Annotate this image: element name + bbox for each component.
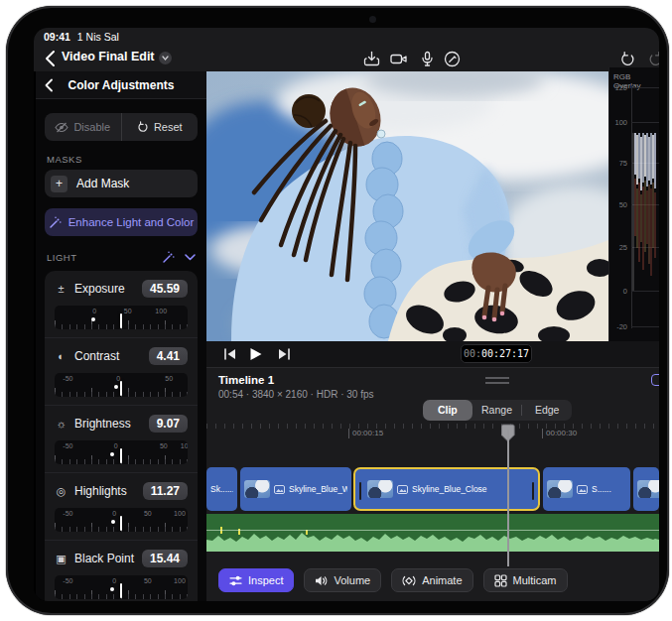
playhead-line [507, 430, 509, 566]
clock: 09:41 [44, 31, 70, 43]
clip[interactable] [633, 467, 659, 511]
back-icon[interactable] [44, 50, 58, 67]
mic-icon[interactable] [417, 49, 437, 68]
disable-button[interactable]: Disable [45, 113, 122, 141]
screen: 09:411 Nis Sal Video Final Edit [34, 28, 659, 601]
play-icon[interactable] [248, 347, 263, 361]
playhead[interactable] [501, 424, 515, 566]
zero-dot [91, 317, 95, 321]
clip-name: Skyline_Blue_Close [412, 484, 487, 494]
timeline-meta: 00:54 · 3840 × 2160 · HDR · 30 fps [218, 389, 373, 400]
volume-button[interactable]: Volume [304, 568, 381, 592]
tick-label: 100 [174, 510, 186, 517]
tick-label: 0 [112, 510, 116, 517]
audio-reference-line [206, 530, 659, 531]
timecode-display[interactable]: 00:00:27:17 [461, 344, 532, 363]
volume-icon [315, 574, 328, 587]
media-icon [397, 485, 408, 494]
title-dropdown-icon[interactable] [159, 52, 172, 64]
slider-brightness: ☼ Brightness 9.07 -50 0 50 100 [45, 405, 198, 472]
slider-value[interactable]: 9.07 [149, 415, 188, 433]
light-sliders-card: ± Exposure 45.59 0 50 100 [45, 271, 198, 601]
timecode-hours: 00: [464, 348, 481, 359]
tick-label: -50 [63, 442, 72, 449]
clip-name: Skyline_Blue_Wide [289, 484, 347, 494]
slider-ruler[interactable]: -50 0 50 100 [55, 440, 188, 464]
tick-label: 50 [124, 308, 132, 314]
ipad-device-frame: 09:411 Nis Sal Video Final Edit [6, 6, 669, 615]
audio-track[interactable] [206, 514, 659, 552]
slider-value[interactable]: 15.44 [142, 550, 188, 567]
timeline-toolbar: Inspect Volume Animate Multicam [218, 568, 568, 592]
timeline-settings-icon[interactable] [651, 374, 659, 386]
multicam-button[interactable]: Multicam [483, 568, 568, 592]
ruler-timecode: 00:00:30 [542, 429, 577, 438]
tick-label: 50 [165, 375, 173, 382]
tick-label: 0 [114, 442, 118, 449]
reset-button[interactable]: Reset [122, 113, 199, 141]
clip-thumbnail [367, 480, 393, 498]
media-icon [577, 485, 588, 494]
scope-axis-label: -20 [609, 322, 627, 331]
disable-label: Disable [73, 121, 110, 133]
panel-back-icon[interactable] [44, 78, 54, 92]
mode-clip[interactable]: Clip [423, 400, 472, 421]
redo-icon[interactable] [645, 49, 659, 68]
magic-wand-icon[interactable] [162, 251, 175, 264]
trim-handle-left[interactable] [359, 482, 361, 500]
status-bar: 09:411 Nis Sal [44, 31, 119, 43]
black-point-icon: ▣ [55, 553, 67, 565]
slider-ruler[interactable]: -50 0 50 [55, 373, 188, 397]
mode-edge[interactable]: Edge [522, 400, 572, 421]
timeline-ruler[interactable]: 00:00:15 00:00:30 [206, 424, 659, 445]
slider-value[interactable]: 4.41 [149, 347, 188, 365]
undo-icon[interactable] [617, 49, 637, 68]
tick-label: 0 [92, 308, 96, 314]
media-icon [274, 485, 285, 494]
panel-title: Color Adjustments [36, 71, 206, 99]
chevron-down-icon[interactable] [185, 254, 196, 261]
rgb-overlay-scope: RGB Overlay 120 100 75 50 25 0 -20 [608, 67, 659, 341]
trim-handle-right[interactable] [532, 482, 534, 500]
clip[interactable]: Sk...... [206, 467, 237, 511]
add-mask-button[interactable]: + Add Mask [45, 170, 198, 197]
tick-label: 50 [160, 442, 168, 449]
slider-value[interactable]: 11.27 [143, 482, 188, 500]
skip-forward-icon[interactable] [276, 347, 292, 361]
clip-thumbnail [244, 480, 270, 498]
enhance-button[interactable]: Enhance Light and Color [45, 208, 198, 236]
value-cursor [120, 313, 122, 328]
slider-ruler[interactable]: -50 0 50 100 [55, 508, 188, 532]
timeline-panel: Timeline 1 00:54 · 3840 × 2160 · HDR · 3… [206, 367, 659, 601]
scope-axis-label: 75 [609, 159, 627, 168]
animate-button[interactable]: Animate [391, 568, 472, 592]
timeline-drag-handle[interactable] [485, 377, 509, 384]
tick-label: 100 [174, 577, 186, 584]
project-title[interactable]: Video Final Edit [62, 50, 155, 63]
slider-ruler[interactable]: -50 0 50 100 [55, 575, 188, 599]
slider-label: Contrast [74, 349, 142, 363]
scope-axis-label: 25 [609, 243, 627, 252]
clip-name: Sk...... [210, 484, 233, 494]
mode-range[interactable]: Range [472, 400, 522, 421]
import-icon[interactable] [361, 49, 381, 68]
skip-back-icon[interactable] [222, 347, 238, 361]
color-adjustments-panel: Color Adjustments Disable Reset MASKS + [36, 71, 206, 601]
value-cursor [120, 583, 122, 598]
video-viewer[interactable] [206, 71, 608, 341]
pencil-circle-icon[interactable] [442, 49, 462, 68]
slider-label: Brightness [74, 417, 142, 431]
animate-icon [402, 574, 416, 587]
inspect-button[interactable]: Inspect [218, 568, 294, 592]
slider-ruler[interactable]: 0 50 100 [55, 306, 188, 329]
slider-value[interactable]: 45.59 [142, 280, 188, 298]
clip[interactable]: S...... [543, 467, 630, 511]
panel-body: Disable Reset MASKS + Add Mask Enhance L… [36, 99, 206, 601]
timecode-current: 00:27:17 [481, 348, 529, 359]
clip[interactable]: Skyline_Blue_Wide [240, 467, 351, 511]
main-area: RGB Overlay 120 100 75 50 25 0 -20 [206, 71, 659, 601]
plus-icon: + [51, 176, 67, 192]
contrast-icon: ◐ [55, 350, 67, 362]
panel-header: Color Adjustments [36, 71, 206, 99]
video-camera-icon[interactable] [389, 49, 409, 68]
